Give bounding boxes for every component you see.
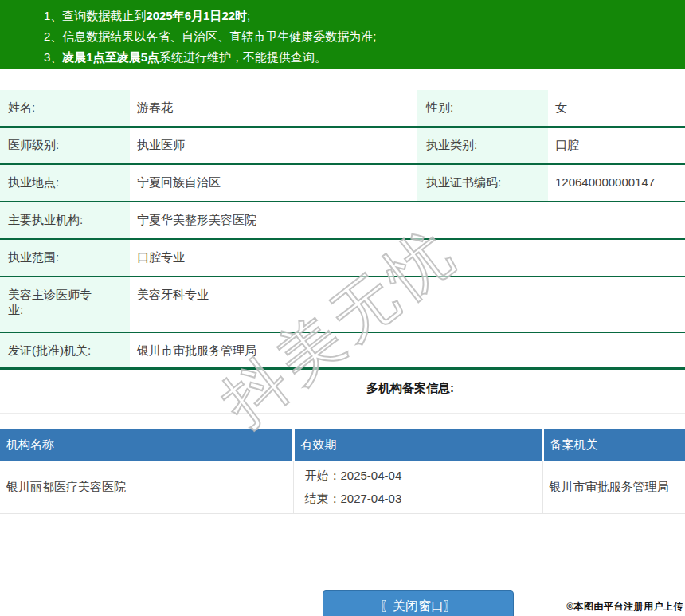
notice-line-2: 2、信息数据结果以各省、自治区、直辖市卫生健康委数据为准; [44, 26, 677, 47]
value-practice-category: 口腔 [548, 128, 685, 163]
label-certificate-number: 执业证书编码: [417, 165, 548, 201]
label-doctor-level: 医师级别: [0, 128, 130, 163]
upload-credit-text: ©本图由平台注册用户上传 [566, 600, 683, 614]
label-main-institution: 主要执业机构: [0, 202, 130, 238]
cell-org-name: 银川丽都医疗美容医院 [0, 461, 293, 514]
notice-text: 2、信息数据结果以各省、自治区、直辖市卫生健康委数据为准; [44, 29, 377, 43]
label-practice-category: 执业类别: [417, 128, 548, 163]
value-practice-location: 宁夏回族自治区 [130, 165, 417, 201]
info-row-cosmetic-specialty: 美容主诊医师专业: 美容牙科专业 [0, 277, 685, 333]
practitioner-info-table: 姓名: 游春花 性别: 女 医师级别: 执业医师 执业类别: 口腔 执业地点: … [0, 90, 685, 370]
notice-bold-text: 凌晨1点至凌晨5点 [62, 50, 159, 64]
column-header-validity: 有效期 [293, 429, 542, 461]
label-practice-location: 执业地点: [0, 165, 130, 201]
value-doctor-level: 执业医师 [130, 128, 417, 163]
validity-start: 开始：2025-04-04 [305, 464, 536, 487]
info-row-main-institution: 主要执业机构: 宁夏华美整形美容医院 [0, 202, 685, 240]
value-gender: 女 [548, 90, 685, 126]
label-cosmetic-specialty: 美容主诊医师专业: [0, 277, 130, 332]
info-row-practice-scope: 执业范围: 口腔专业 [0, 240, 685, 277]
info-row-issuing-authority: 发证(批准)机关: 银川市审批服务管理局 [0, 333, 685, 370]
notice-line-3: 3、凌晨1点至凌晨5点系统进行维护，不能提供查询。 [44, 47, 677, 68]
filing-table-header-row: 机构名称 有效期 备案机关 [0, 429, 685, 461]
column-header-filing-authority: 备案机关 [542, 429, 685, 461]
value-certificate-number: 120640000000147 [548, 165, 685, 201]
info-row-level-category: 医师级别: 执业医师 执业类别: 口腔 [0, 128, 685, 165]
value-cosmetic-specialty: 美容牙科专业 [130, 277, 685, 332]
notice-text: 系统进行维护，不能提供查询。 [159, 50, 327, 64]
label-practice-scope: 执业范围: [0, 240, 130, 276]
cell-validity: 开始：2025-04-04 结束：2027-04-03 [293, 461, 542, 514]
info-row-name-gender: 姓名: 游春花 性别: 女 [0, 90, 685, 128]
value-practice-scope: 口腔专业 [130, 240, 685, 276]
label-name: 姓名: [0, 90, 130, 126]
notice-line-1: 1、查询数据截止到2025年6月1日22时; [44, 6, 677, 26]
notice-text: 3、 [44, 50, 62, 64]
notice-bold-text: 2025年6月1日22时 [146, 9, 247, 22]
label-gender: 性别: [417, 90, 548, 126]
info-row-location-certno: 执业地点: 宁夏回族自治区 执业证书编码: 120640000000147 [0, 165, 685, 202]
validity-end: 结束：2027-04-03 [305, 487, 536, 510]
notice-banner: 1、查询数据截止到2025年6月1日22时; 2、信息数据结果以各省、自治区、直… [0, 0, 685, 69]
filing-table-row: 银川丽都医疗美容医院 开始：2025-04-04 结束：2027-04-03 银… [0, 461, 685, 514]
notice-text: 1、查询数据截止到 [44, 9, 146, 22]
value-name: 游春花 [130, 90, 417, 126]
divider-line [0, 413, 685, 414]
column-header-org-name: 机构名称 [0, 429, 293, 461]
filing-section-title: 多机构备案信息: [135, 381, 685, 396]
close-window-button[interactable]: 〖关闭窗口〗 [323, 590, 514, 616]
value-main-institution: 宁夏华美整形美容医院 [130, 202, 685, 238]
filing-table: 机构名称 有效期 备案机关 银川丽都医疗美容医院 开始：2025-04-04 结… [0, 429, 685, 514]
value-issuing-authority: 银川市审批服务管理局 [130, 333, 685, 367]
label-issuing-authority: 发证(批准)机关: [0, 333, 130, 367]
cell-filing-authority: 银川市审批服务管理局 [542, 461, 685, 514]
divider-line [0, 583, 685, 583]
notice-text: ; [247, 9, 250, 22]
